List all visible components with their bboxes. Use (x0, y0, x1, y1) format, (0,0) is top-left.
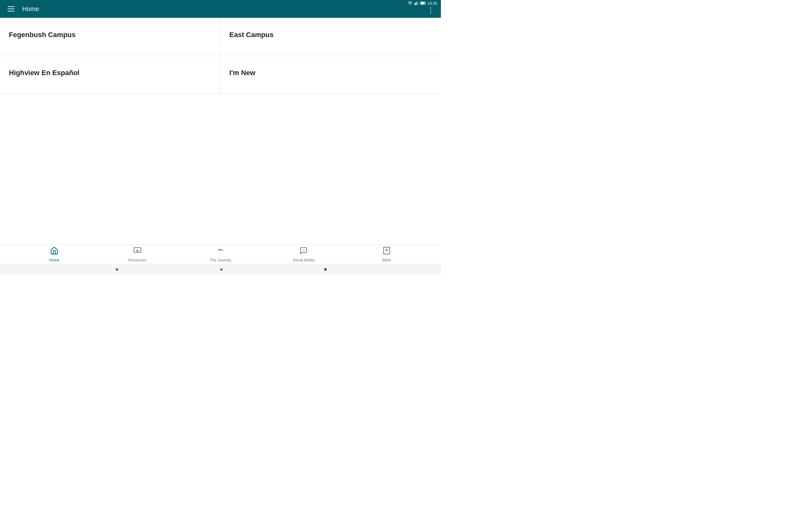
hamburger-line-1 (8, 6, 14, 7)
svg-point-11 (302, 249, 303, 250)
east-campus-label: East Campus (229, 31, 273, 39)
campus-grid: Fegenbush Campus East Campus Highview En… (0, 18, 441, 94)
svg-rect-8 (425, 3, 426, 4)
journey-icon (216, 246, 224, 257)
svg-rect-7 (420, 2, 424, 4)
highview-campus-label: Highview En Español (9, 69, 79, 77)
app-bar: Home 10:26 (0, 0, 441, 18)
nav-item-social[interactable]: Social Media (291, 246, 316, 262)
im-new-item[interactable]: I'm New (220, 56, 441, 94)
system-home-button[interactable]: ● (220, 267, 223, 272)
nav-item-journey[interactable]: The Journey (208, 246, 233, 262)
svg-rect-3 (416, 2, 417, 5)
bible-icon (383, 246, 391, 257)
east-campus-item[interactable]: East Campus (220, 18, 441, 56)
svg-marker-10 (137, 249, 139, 252)
svg-point-0 (410, 4, 410, 5)
bottom-navigation: Home Resources The Journey (0, 245, 441, 264)
social-icon (299, 246, 308, 257)
main-content: Fegenbush Campus East Campus Highview En… (0, 18, 441, 245)
fegenbush-campus-label: Fegenbush Campus (9, 31, 75, 39)
nav-item-bible[interactable]: Bible (374, 246, 399, 262)
im-new-label: I'm New (229, 69, 255, 77)
nav-label-bible: Bible (383, 258, 391, 262)
nav-label-journey: The Journey (210, 258, 231, 262)
wifi-icon (408, 1, 413, 6)
hamburger-line-3 (8, 11, 14, 11)
system-navigation-bar: ◄ ● ■ (0, 264, 441, 275)
svg-point-12 (303, 249, 304, 250)
svg-rect-1 (414, 3, 415, 5)
more-options-button[interactable]: ⋮ (425, 4, 437, 16)
signal-icon (414, 1, 419, 6)
nav-item-resources[interactable]: Resources (125, 246, 150, 262)
page-title: Home (22, 5, 436, 13)
nav-item-home[interactable]: Home (42, 246, 67, 262)
home-icon (50, 246, 58, 257)
hamburger-menu-button[interactable] (5, 4, 17, 14)
svg-rect-2 (415, 3, 416, 5)
nav-label-home: Home (49, 258, 59, 262)
system-recents-button[interactable]: ■ (324, 267, 327, 272)
svg-point-13 (304, 249, 305, 250)
nav-label-resources: Resources (128, 258, 146, 262)
system-back-button[interactable]: ◄ (114, 267, 119, 272)
highview-campus-item[interactable]: Highview En Español (0, 56, 220, 94)
resources-icon (133, 246, 142, 257)
fegenbush-campus-item[interactable]: Fegenbush Campus (0, 18, 220, 56)
svg-rect-4 (417, 2, 417, 5)
nav-label-social: Social Media (293, 258, 315, 262)
svg-rect-5 (418, 1, 418, 5)
hamburger-line-2 (8, 9, 14, 9)
